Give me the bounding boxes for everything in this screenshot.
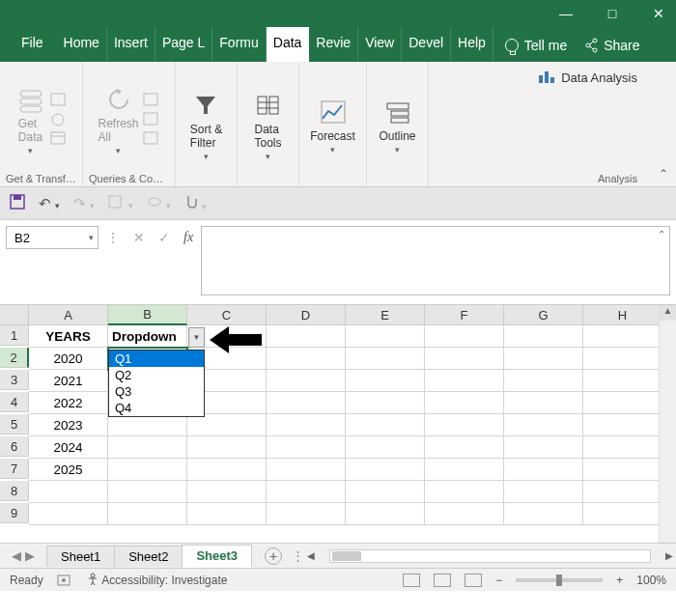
cell[interactable]	[504, 414, 583, 436]
qa-icon-2[interactable]: ▾	[147, 195, 171, 211]
redo-button[interactable]: ↷ ▾	[73, 195, 95, 212]
zoom-out-button[interactable]: −	[495, 574, 502, 587]
cell[interactable]	[425, 325, 504, 348]
sheet-tab[interactable]: Sheet3	[182, 545, 252, 568]
menu-file[interactable]: File	[17, 27, 57, 62]
cell[interactable]	[583, 392, 662, 414]
cell[interactable]	[504, 436, 583, 459]
cell[interactable]: 2022	[29, 392, 108, 414]
menu-developer[interactable]: Devel	[402, 27, 451, 62]
cell[interactable]	[187, 503, 267, 525]
menu-help[interactable]: Help	[451, 27, 493, 62]
cancel-icon[interactable]: ✕	[133, 230, 145, 245]
column-header[interactable]: D	[267, 305, 346, 325]
cell[interactable]	[504, 370, 583, 392]
cell[interactable]	[187, 459, 267, 481]
add-sheet-button[interactable]: +	[265, 547, 282, 565]
scroll-right-button[interactable]: ▶	[662, 550, 676, 561]
menu-insert[interactable]: Insert	[107, 27, 155, 62]
cell[interactable]	[108, 436, 187, 459]
collapse-ribbon-button[interactable]: ⌃	[659, 167, 668, 181]
column-header[interactable]: H	[583, 305, 662, 325]
tell-me[interactable]: Tell me	[505, 27, 567, 62]
from-text-icon[interactable]	[50, 93, 68, 108]
dropdown-option[interactable]: Q4	[109, 400, 204, 416]
edit-links-icon[interactable]	[143, 131, 160, 147]
cell[interactable]	[583, 459, 662, 481]
cell[interactable]	[425, 436, 504, 459]
menu-formulas[interactable]: Formu	[212, 27, 266, 62]
cell[interactable]: 2023	[29, 414, 108, 436]
cell[interactable]	[583, 481, 662, 503]
queries-icon[interactable]	[143, 93, 160, 108]
row-header[interactable]: 3	[0, 370, 29, 390]
cell[interactable]	[346, 392, 425, 414]
cell[interactable]	[346, 370, 425, 392]
cell[interactable]	[425, 481, 504, 503]
sheet-tab[interactable]: Sheet2	[114, 546, 183, 567]
cell[interactable]: 2025	[29, 459, 108, 481]
column-header[interactable]: F	[425, 305, 504, 325]
horizontal-scrollbar[interactable]	[329, 549, 651, 563]
cell[interactable]: 2024	[29, 436, 108, 459]
cell[interactable]	[267, 436, 346, 459]
column-header[interactable]: G	[504, 305, 583, 325]
data-analysis-button[interactable]: Data Analysis	[538, 70, 637, 85]
sheet-nav-arrows[interactable]: ◀▶	[0, 548, 46, 563]
menu-view[interactable]: View	[358, 27, 402, 62]
from-table-icon[interactable]	[50, 131, 68, 147]
cell[interactable]	[187, 436, 267, 459]
scroll-left-button[interactable]: ◀	[304, 550, 318, 561]
page-layout-view-button[interactable]	[434, 574, 451, 587]
cell[interactable]	[346, 414, 425, 436]
cell[interactable]	[583, 370, 662, 392]
functions-icon[interactable]: ⋮	[106, 230, 120, 245]
cell[interactable]	[504, 503, 583, 525]
expand-formula-bar-icon[interactable]: ⌃	[658, 229, 665, 239]
cell[interactable]: YEARS	[29, 325, 108, 348]
forecast-button[interactable]: Forecast ▾	[310, 97, 355, 154]
menu-review[interactable]: Revie	[309, 27, 358, 62]
cell[interactable]	[504, 348, 583, 370]
cell[interactable]	[187, 481, 267, 503]
row-header[interactable]: 7	[0, 459, 29, 479]
cell[interactable]	[504, 481, 583, 503]
zoom-level[interactable]: 100%	[636, 574, 666, 587]
zoom-in-button[interactable]: +	[616, 574, 623, 587]
menu-home[interactable]: Home	[57, 27, 107, 62]
cell[interactable]	[583, 414, 662, 436]
cell[interactable]	[267, 370, 346, 392]
row-header[interactable]: 1	[0, 325, 29, 346]
save-button[interactable]	[10, 194, 25, 212]
undo-button[interactable]: ↶ ▾	[39, 195, 60, 212]
cell[interactable]	[267, 348, 346, 370]
cell[interactable]	[267, 459, 346, 481]
cell[interactable]: 2020	[29, 348, 108, 370]
cell[interactable]	[346, 459, 425, 481]
cell[interactable]	[425, 459, 504, 481]
cell[interactable]	[267, 414, 346, 436]
select-all-corner[interactable]	[0, 305, 29, 325]
vertical-scrollbar[interactable]: ▲	[659, 305, 676, 543]
cell[interactable]	[504, 325, 583, 348]
dropdown-option[interactable]: Q3	[109, 383, 204, 400]
column-header[interactable]: B	[108, 305, 187, 325]
data-tools-button[interactable]: Data Tools ▾	[253, 90, 284, 161]
scroll-up-button[interactable]: ▲	[660, 305, 676, 321]
close-button[interactable]: ✕	[649, 6, 668, 21]
sheet-tab[interactable]: Sheet1	[46, 546, 115, 567]
grid[interactable]: ABCDEFGH1YEARSDropdown220203202142022520…	[0, 305, 676, 525]
column-header[interactable]: E	[346, 305, 425, 325]
cell[interactable]	[583, 436, 662, 459]
cell[interactable]	[187, 414, 267, 436]
fx-icon[interactable]: fx	[183, 230, 193, 245]
cell[interactable]	[583, 325, 662, 348]
macro-record-icon[interactable]	[57, 574, 72, 587]
row-header[interactable]: 9	[0, 503, 29, 523]
cell[interactable]	[108, 459, 187, 481]
cell[interactable]	[267, 392, 346, 414]
formula-bar-input[interactable]: ⌃	[201, 226, 670, 295]
share-button[interactable]: Share	[584, 27, 639, 62]
normal-view-button[interactable]	[403, 574, 420, 587]
cell[interactable]	[108, 481, 187, 503]
